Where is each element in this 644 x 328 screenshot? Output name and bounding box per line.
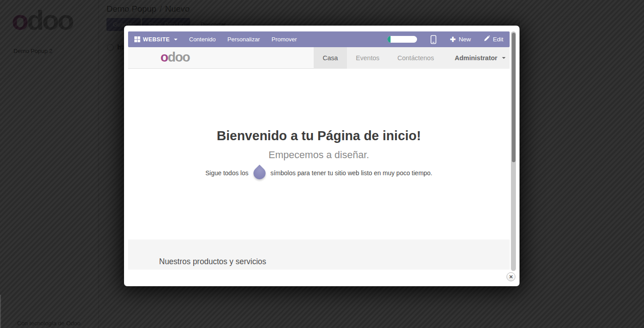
chevron-down-icon: [502, 57, 506, 59]
products-section-title: Nuestros productos y servicios: [128, 239, 510, 266]
menu-contenido[interactable]: Contenido: [189, 36, 216, 43]
products-section: Nuestros productos y servicios: [128, 239, 510, 270]
nav-item-eventos[interactable]: Eventos: [347, 47, 388, 69]
hero-tip-row: Sigue todos los símbolos para tener tu s…: [128, 165, 510, 181]
plus-icon: ✚: [450, 36, 456, 43]
close-icon[interactable]: ✕: [506, 272, 515, 281]
modal-scrollbar-track[interactable]: [511, 31, 516, 271]
apps-grid-icon: [134, 36, 140, 42]
site-logo-rest: doo: [168, 50, 190, 64]
website-menu-button[interactable]: WEBSITE: [134, 36, 178, 43]
user-menu-label: Administrator: [455, 54, 497, 62]
menu-personalizar[interactable]: Personalizar: [227, 36, 260, 43]
site-logo-letter: o: [160, 50, 168, 64]
site-logo[interactable]: odoo: [160, 50, 190, 65]
website-menu-label: WEBSITE: [143, 36, 170, 43]
hero-subtitle: Empecemos a diseñar.: [128, 149, 510, 161]
hero-title: Bienvenido a tu Página de inicio!: [128, 129, 510, 143]
tour-indicator-icon[interactable]: [251, 164, 268, 182]
menu-promover[interactable]: Promover: [271, 36, 297, 43]
tip-text-after: símbolos para tener tu sitio web listo e…: [271, 169, 432, 177]
mobile-preview-icon[interactable]: [431, 35, 436, 44]
hero-title-bold: Página de inicio!: [317, 129, 421, 143]
nav-item-casa[interactable]: Casa: [314, 47, 347, 69]
edit-button[interactable]: Edit: [484, 35, 503, 43]
progress-bar: [387, 36, 417, 43]
pencil-icon: [484, 35, 490, 43]
site-nav: Casa Eventos Contáctenos Administrator: [314, 47, 510, 69]
edit-button-label: Edit: [493, 36, 503, 43]
new-button-label: New: [459, 36, 471, 43]
site-preview-area: odoo Casa Eventos Contáctenos Administra…: [128, 47, 510, 270]
website-editor-toolbar: WEBSITE Contenido Personalizar Promover …: [128, 31, 510, 47]
tip-text-before: Sigue todos los: [205, 169, 249, 177]
nav-item-contactenos[interactable]: Contáctenos: [388, 47, 443, 69]
toolbar-right-group: ✚ New Edit: [387, 35, 503, 44]
hero-title-normal: Bienvenido a tu: [217, 129, 317, 143]
chevron-down-icon: [174, 39, 178, 40]
new-page-button[interactable]: ✚ New: [450, 36, 471, 43]
backdrop-edge-artifact: [0, 295, 1, 328]
website-preview-modal: WEBSITE Contenido Personalizar Promover …: [124, 26, 520, 286]
user-menu[interactable]: Administrator: [450, 54, 510, 62]
modal-scrollbar-thumb[interactable]: [512, 33, 515, 162]
progress-fill: [387, 36, 391, 43]
site-header: odoo Casa Eventos Contáctenos Administra…: [128, 47, 510, 69]
